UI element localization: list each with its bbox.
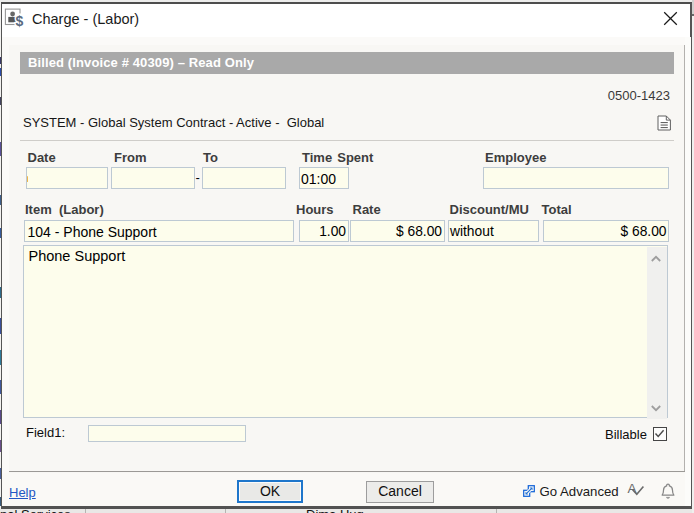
svg-text:$: $ [16,13,24,29]
